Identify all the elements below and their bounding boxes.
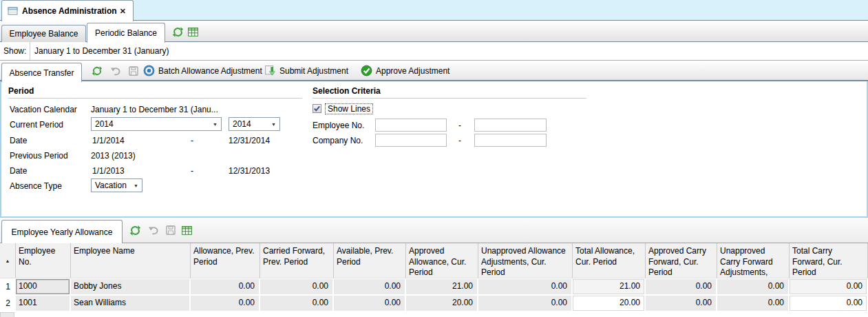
previous-period-label: Previous Period bbox=[10, 151, 68, 161]
period-divider bbox=[8, 98, 302, 99]
employee-no-to-input[interactable] bbox=[474, 119, 547, 132]
current-period-year-value: 2014 bbox=[233, 119, 251, 129]
grid-cell[interactable]: 0.00 bbox=[790, 279, 868, 294]
absence-transfer-toolbar: Absence Transfer bbox=[0, 61, 868, 81]
undo-icon bbox=[110, 65, 121, 76]
grid-cell[interactable]: 20.00 bbox=[573, 296, 646, 311]
date-to-value: 12/31/2014 bbox=[229, 136, 270, 145]
grid-view-icon[interactable] bbox=[187, 26, 199, 38]
submit-adjustment-label: Submit Adjustment bbox=[279, 66, 348, 76]
grid-cell[interactable]: 0.00 bbox=[191, 279, 260, 294]
undo-button[interactable] bbox=[110, 61, 121, 80]
refresh-icon[interactable] bbox=[129, 225, 141, 236]
show-lines-label[interactable]: Show Lines bbox=[325, 103, 373, 114]
form-icon bbox=[8, 6, 18, 16]
current-period-year-select[interactable]: 2014 ▼ bbox=[229, 117, 280, 131]
new-row-stub[interactable] bbox=[0, 312, 14, 317]
grid-cell[interactable]: 0.00 bbox=[478, 279, 573, 294]
chevron-down-icon: ▼ bbox=[271, 122, 276, 127]
allowance-grid-toolbar: Employee Yearly Allowance bbox=[0, 218, 868, 243]
current-period-select[interactable]: 2014 ▼ bbox=[91, 117, 222, 131]
save-button[interactable] bbox=[128, 61, 139, 80]
column-header[interactable]: Available, Prev. Period bbox=[334, 243, 406, 278]
refresh-button[interactable] bbox=[92, 61, 103, 80]
save-icon[interactable] bbox=[165, 225, 176, 236]
vacation-calendar-value: January 1 to December 31 (Janu... bbox=[91, 105, 218, 114]
submit-adjustment-button[interactable]: Submit Adjustment bbox=[264, 61, 348, 80]
date-range-separator: - bbox=[188, 136, 196, 145]
grid-cell[interactable]: 0.00 bbox=[790, 296, 868, 311]
tab-absence-transfer[interactable]: Absence Transfer bbox=[1, 63, 82, 82]
approve-adjustment-button[interactable]: Approve Adjustment bbox=[361, 61, 449, 80]
current-period-selected-value: 2014 bbox=[95, 119, 114, 129]
document-tab-strip: Absence Administration ✕ bbox=[0, 0, 868, 21]
chevron-down-icon: ▼ bbox=[213, 122, 218, 127]
save-icon bbox=[128, 65, 139, 76]
employee-no-range-separator: - bbox=[456, 121, 464, 130]
sort-ascending-icon[interactable]: ▲ bbox=[0, 243, 16, 278]
batch-allowance-adjustment-label: Batch Allowance Adjustment bbox=[158, 66, 262, 76]
grid-cell[interactable]: 0.00 bbox=[717, 279, 790, 294]
column-header[interactable]: Approved Carry Forward, Cur. Period bbox=[646, 243, 717, 278]
column-header[interactable]: Unapproved Carry Forward Adjustments, Cu… bbox=[717, 243, 790, 278]
grid-cell[interactable]: 0.00 bbox=[334, 279, 406, 294]
grid-cell[interactable]: 0.00 bbox=[334, 296, 406, 311]
grid-cell[interactable]: 0.00 bbox=[260, 279, 334, 294]
absence-administration-window: Absence Administration ✕ Employee Balanc… bbox=[0, 0, 868, 317]
grid-cell[interactable]: 0.00 bbox=[646, 296, 717, 311]
previous-date-range-separator: - bbox=[188, 166, 196, 176]
grid-cell[interactable]: 20.00 bbox=[406, 296, 478, 311]
batch-allowance-adjustment-button[interactable]: Batch Allowance Adjustment bbox=[143, 61, 262, 80]
tab-employee-balance-label: Employee Balance bbox=[9, 29, 78, 39]
batch-adjustment-icon bbox=[143, 65, 155, 76]
submit-adjustment-icon bbox=[264, 65, 276, 76]
column-header[interactable]: Unapproved Allowance Adjustments, Cur. P… bbox=[478, 243, 573, 278]
document-tab-absence-administration[interactable]: Absence Administration ✕ bbox=[1, 0, 134, 21]
undo-icon[interactable] bbox=[148, 225, 159, 236]
close-icon[interactable]: ✕ bbox=[118, 7, 127, 16]
view-tab-row: Employee Balance Periodic Balance bbox=[0, 21, 868, 42]
company-no-to-input[interactable] bbox=[474, 134, 547, 147]
grid-view-icon[interactable] bbox=[181, 225, 193, 236]
absence-type-selected-value: Vacation bbox=[95, 181, 127, 190]
row-number[interactable]: 2 bbox=[0, 296, 16, 311]
column-header[interactable]: Total Allowance, Cur. Period bbox=[573, 243, 646, 278]
grid-cell[interactable]: 0.00 bbox=[717, 296, 790, 311]
column-header[interactable]: Approved Allowance, Cur. Period bbox=[406, 243, 478, 278]
grid-cell[interactable]: 0.00 bbox=[260, 296, 334, 311]
grid-cell[interactable]: Bobby Jones bbox=[71, 279, 191, 294]
row-number[interactable]: 1 bbox=[0, 279, 16, 294]
tab-employee-yearly-allowance-label: Employee Yearly Allowance bbox=[12, 227, 113, 237]
grid-cell[interactable]: 1000 bbox=[16, 279, 71, 294]
grid-cell[interactable]: 0.00 bbox=[646, 279, 717, 294]
absence-type-select[interactable]: Vacation ▼ bbox=[91, 178, 142, 192]
tab-employee-balance[interactable]: Employee Balance bbox=[1, 25, 86, 42]
company-no-label: Company No. bbox=[313, 136, 363, 145]
grid-cell[interactable]: 0.00 bbox=[478, 296, 573, 311]
show-period-field[interactable]: January 1 to December 31 (January) bbox=[30, 42, 868, 60]
employee-no-from-input[interactable] bbox=[375, 119, 447, 132]
show-lines-checkbox[interactable] bbox=[313, 104, 321, 113]
grid-cell[interactable]: 21.00 bbox=[573, 279, 646, 294]
column-header[interactable]: Allowance, Prev. Period bbox=[191, 243, 260, 278]
company-no-from-input[interactable] bbox=[375, 134, 447, 147]
column-header[interactable]: Total Carry Forward, Cur. Period bbox=[790, 243, 868, 278]
tab-periodic-balance-label: Periodic Balance bbox=[95, 28, 157, 38]
column-header[interactable]: Employee No. bbox=[16, 243, 71, 278]
column-header[interactable]: Carried Forward, Prev. Period bbox=[260, 243, 334, 278]
column-header[interactable]: Employee Name bbox=[71, 243, 191, 278]
tab-employee-yearly-allowance[interactable]: Employee Yearly Allowance bbox=[1, 220, 123, 243]
tab-periodic-balance[interactable]: Periodic Balance bbox=[87, 23, 165, 43]
refresh-icon[interactable] bbox=[172, 26, 184, 38]
previous-date-label: Date bbox=[10, 166, 27, 176]
grid-cell[interactable]: 1001 bbox=[16, 296, 71, 311]
grid-cell[interactable]: 21.00 bbox=[406, 279, 478, 294]
refresh-icon bbox=[92, 65, 103, 76]
check-icon bbox=[313, 105, 321, 112]
approve-adjustment-label: Approve Adjustment bbox=[376, 66, 449, 76]
previous-period-value: 2013 (2013) bbox=[91, 151, 136, 161]
grid-cell[interactable]: 0.00 bbox=[191, 296, 260, 311]
employee-yearly-allowance-grid: ▲ Employee No.Employee NameAllowance, Pr… bbox=[0, 243, 868, 317]
grid-cell[interactable]: Sean Williams bbox=[71, 296, 191, 311]
vacation-calendar-label: Vacation Calendar bbox=[10, 105, 77, 114]
